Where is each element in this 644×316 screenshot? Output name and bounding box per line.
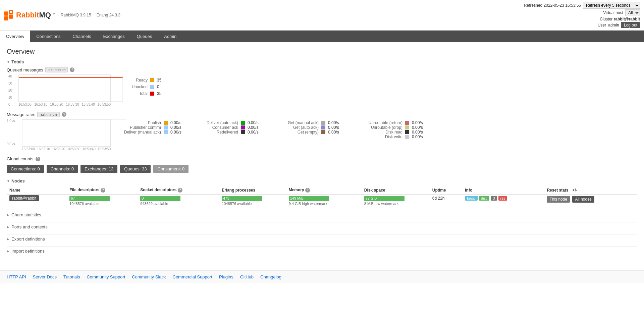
footer-community-slack[interactable]: Community Slack — [132, 274, 166, 279]
nodes-table-body: rabbit@rabbit 67 1048576 available — [7, 194, 637, 207]
vhost-row: Virtual host All / — [603, 9, 640, 16]
node-name-badge[interactable]: rabbit@rabbit — [9, 195, 39, 201]
queued-x-axis: 16:53:00 16:53:10 16:53:20 16:53:30 16:5… — [18, 103, 111, 106]
message-rates-help-icon[interactable]: ? — [62, 112, 66, 117]
ports-label: Ports and contexts — [11, 224, 48, 229]
exchanges-badge[interactable]: Exchanges: 13 — [80, 165, 117, 173]
queued-help-icon[interactable]: ? — [70, 67, 74, 72]
all-nodes-button[interactable]: All nodes — [572, 196, 594, 203]
global-counts-section: Global counts ? Connections: 0 Channels:… — [7, 156, 637, 173]
disk-space-avail: 8 MiB low watermark — [364, 202, 427, 206]
import-arrow: ▶ — [7, 249, 9, 253]
logo-tm: TM — [51, 12, 55, 15]
erlang-proc-avail: 1048576 available — [222, 202, 283, 206]
queued-messages-label: Queued messages last minute ? — [7, 67, 637, 72]
channels-badge[interactable]: Channels: 0 — [47, 165, 78, 173]
socket-desc-help[interactable]: ? — [178, 188, 182, 193]
legend-total: Total 35 — [121, 91, 161, 96]
this-node-button[interactable]: This node — [547, 196, 570, 203]
footer-http-api[interactable]: HTTP API — [7, 274, 26, 279]
logout-button[interactable]: Log out — [621, 22, 640, 28]
rates-legend-col4: Unroutable (return) 0.00/s Unroutable (d… — [362, 120, 436, 139]
file-desc-avail: 1048576 available — [69, 202, 135, 206]
user-label: User — [598, 23, 606, 28]
legend-redelivered-value: 0.00/s — [248, 130, 259, 135]
svg-rect-3 — [9, 14, 13, 18]
legend-deliver-manual-label: Deliver (manual ack) — [121, 130, 161, 135]
footer-github[interactable]: GitHub — [240, 274, 254, 279]
legend-ready-color — [150, 78, 154, 82]
legend-ready: Ready 35 — [121, 78, 161, 83]
churn-statistics-section: ▶ Churn statistics — [7, 210, 637, 219]
nav-queues[interactable]: Queues — [131, 31, 158, 42]
legend-get-manual-value: 0.00/s — [328, 120, 339, 125]
queues-badge[interactable]: Queues: 33 — [120, 165, 151, 173]
footer-tutorials[interactable]: Tutorials — [63, 274, 80, 279]
nav-exchanges[interactable]: Exchanges — [97, 31, 130, 42]
ports-contexts-header[interactable]: ▶ Ports and contexts — [7, 222, 637, 231]
legend-deliver-manual-value: 0.00/s — [170, 130, 181, 135]
totals-section-header[interactable]: ▼ Totals — [7, 59, 637, 64]
legend-disk-read-value: 0.00/s — [412, 130, 423, 135]
connections-badge[interactable]: Connections: 0 — [7, 165, 44, 173]
export-definitions-header[interactable]: ▶ Export definitions — [7, 234, 637, 244]
legend-publish-label: Publish — [121, 120, 161, 125]
top-bar: RabbitMQTM RabbitMQ 3.9.15 Erlang 24.3.3… — [0, 0, 644, 31]
memory-help[interactable]: ? — [305, 188, 310, 193]
nodes-collapse-arrow: ▼ — [7, 179, 10, 183]
col-uptime: Uptime — [430, 186, 462, 194]
plus-minus[interactable]: +/- — [572, 188, 578, 193]
legend-unacked-label: Unacked — [121, 85, 148, 89]
queued-messages-text: Queued messages — [7, 67, 43, 72]
disk-space-bar: 77 GiB — [364, 196, 405, 201]
footer-community-support[interactable]: Community Support — [87, 274, 125, 279]
churn-statistics-header[interactable]: ▶ Churn statistics — [7, 210, 637, 219]
rabbitmq-version: RabbitMQ 3.9.15 — [61, 13, 91, 17]
nav-connections[interactable]: Connections — [30, 31, 66, 42]
refreshed-timestamp: Refreshed 2022-05-23 16:53:55 — [524, 3, 581, 8]
legend-publish: Publish 0.00/s — [121, 120, 195, 125]
reset-stats-cell: This node All nodes — [544, 194, 637, 207]
legend-deliver-manual: Deliver (manual ack) 0.00/s — [121, 130, 195, 135]
vhost-select[interactable]: All / — [625, 9, 640, 16]
erlang-proc-bar-wrap: 473 1048576 available — [222, 196, 283, 206]
totals-collapse-arrow: ▼ — [7, 60, 10, 64]
legend-get-empty: Get (empty) 0.00/s — [282, 130, 356, 135]
consumers-badge[interactable]: Consumers: 0 — [153, 165, 189, 173]
legend-unacked: Unacked 0 — [121, 85, 161, 89]
legend-disk-read-color — [405, 130, 409, 134]
legend-publish-color — [164, 121, 168, 125]
uptime-cell: 6d 22h — [430, 194, 462, 207]
global-counts-help-icon[interactable]: ? — [36, 157, 40, 161]
legend-redelivered-color — [241, 130, 245, 134]
footer-server-docs[interactable]: Server Docs — [33, 274, 57, 279]
global-counts-badges: Connections: 0 Channels: 0 Exchanges: 13… — [7, 165, 637, 173]
col-reset-stats: Reset stats +/- — [544, 186, 637, 194]
table-row: rabbit@rabbit 67 1048576 available — [7, 194, 637, 207]
import-definitions-header[interactable]: ▶ Import definitions — [7, 246, 637, 256]
legend-disk-write: Disk write 0.00/s — [362, 135, 436, 139]
queued-chart-svg — [19, 75, 123, 102]
nav-overview[interactable]: Overview — [0, 31, 30, 42]
disk-space-value: 77 GiB — [364, 196, 377, 200]
legend-get-auto-label: Get (auto ack) — [282, 125, 319, 130]
info-disc-badge: disc — [479, 196, 490, 201]
svg-rect-4 — [10, 11, 12, 13]
socket-desc-bar: 0 — [140, 196, 180, 201]
logo-text: RabbitMQTM — [16, 11, 55, 19]
queued-y-axis: 40 30 20 10 0 — [8, 74, 12, 106]
footer-changelog[interactable]: Changelog — [260, 274, 281, 279]
nodes-section-header[interactable]: ▼ Nodes — [7, 178, 637, 183]
totals-title: Totals — [11, 59, 24, 64]
svg-rect-2 — [4, 16, 8, 20]
nav-admin[interactable]: Admin — [158, 31, 182, 42]
footer-plugins[interactable]: Plugins — [219, 274, 233, 279]
footer-commercial-support[interactable]: Commercial Support — [173, 274, 213, 279]
legend-disk-write-color — [405, 135, 409, 139]
legend-disk-read-label: Disk read — [362, 130, 402, 135]
file-desc-help[interactable]: ? — [101, 188, 105, 193]
refresh-select[interactable]: Refresh every 5 seconds Refresh every 10… — [583, 2, 640, 9]
nav-channels[interactable]: Channels — [66, 31, 97, 42]
queued-time-badge[interactable]: last minute — [45, 67, 68, 72]
message-rates-time-badge[interactable]: last minute — [37, 112, 60, 117]
